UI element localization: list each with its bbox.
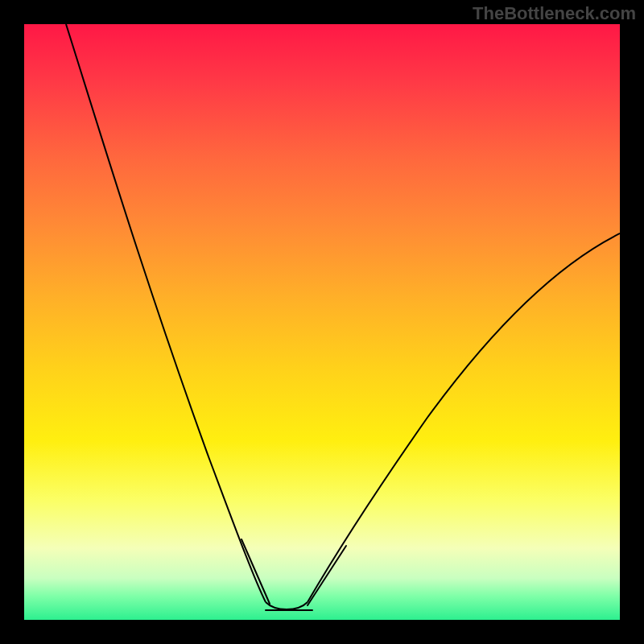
- highlight-right-ascent: [308, 546, 346, 605]
- watermark-text: TheBottleneck.com: [473, 3, 636, 24]
- highlight-overlay: [24, 24, 620, 620]
- highlight-left-descent: [242, 539, 270, 604]
- gradient-background: [24, 24, 620, 620]
- chart-frame: TheBottleneck.com: [0, 0, 644, 644]
